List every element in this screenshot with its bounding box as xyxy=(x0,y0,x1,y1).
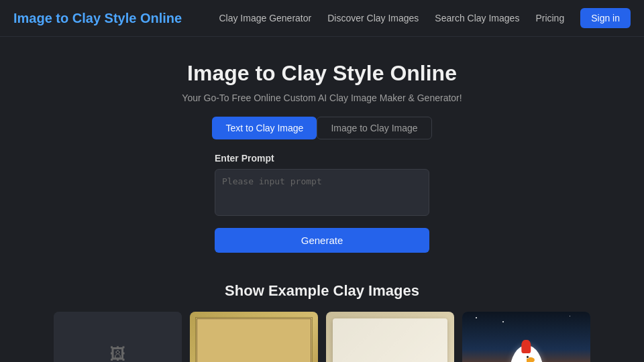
nav-link-discover-clay-images[interactable]: Discover Clay Images xyxy=(327,13,419,23)
nav-link-clay-image-generator[interactable]: Clay Image Generator xyxy=(219,13,311,23)
tab-text-to-clay[interactable]: Text to Clay Image xyxy=(212,117,317,139)
gallery-item-monkeys-manuscript[interactable]: 4 MONKEYS ON Phrommachat manus cript\n xyxy=(190,312,318,362)
nav-logo[interactable]: Image to Clay Style Online xyxy=(13,11,182,26)
gallery-img-broken: the Asian muslimah xyxy=(54,312,182,362)
gallery-section: Show Example Clay Images the Asian musli… xyxy=(0,266,644,362)
generate-button[interactable]: Generate xyxy=(215,228,429,253)
gallery-img-rooster xyxy=(462,312,590,362)
navbar: Image to Clay Style Online Clay Image Ge… xyxy=(0,0,644,37)
gallery-item-monkeys-paper[interactable]: 4 MONKEYS ON Phrommachat paper \n xyxy=(326,312,454,362)
prompt-form: Enter Prompt xyxy=(215,153,429,219)
gallery-img-manuscript xyxy=(190,312,318,362)
hero-section: Image to Clay Style Online Your Go-To Fr… xyxy=(0,37,644,266)
gallery-img-monkeys-paper xyxy=(326,312,454,362)
gallery-item-rooster[interactable]: My Astro人人有转机的鸡的吉祥物 xyxy=(462,312,590,362)
gallery-item-asian-muslimah[interactable]: the Asian muslimah the Asian muslimah xyxy=(54,312,182,362)
page-title: Image to Clay Style Online xyxy=(13,61,631,86)
mode-tabs: Text to Clay Image Image to Clay Image xyxy=(13,117,631,139)
gallery-row-1: the Asian muslimah the Asian muslimah 4 … xyxy=(54,312,590,362)
prompt-label: Enter Prompt xyxy=(215,153,429,164)
gallery-heading: Show Example Clay Images xyxy=(54,282,590,300)
signin-button[interactable]: Sign in xyxy=(580,8,631,28)
hero-subtitle: Your Go-To Free Online Custom AI Clay Im… xyxy=(13,93,631,103)
nav-link-pricing[interactable]: Pricing xyxy=(535,13,564,23)
nav-link-search-clay-images[interactable]: Search Clay Images xyxy=(435,13,519,23)
tab-image-to-clay[interactable]: Image to Clay Image xyxy=(317,117,431,139)
prompt-input[interactable] xyxy=(215,169,429,216)
nav-links: Clay Image Generator Discover Clay Image… xyxy=(219,8,631,28)
